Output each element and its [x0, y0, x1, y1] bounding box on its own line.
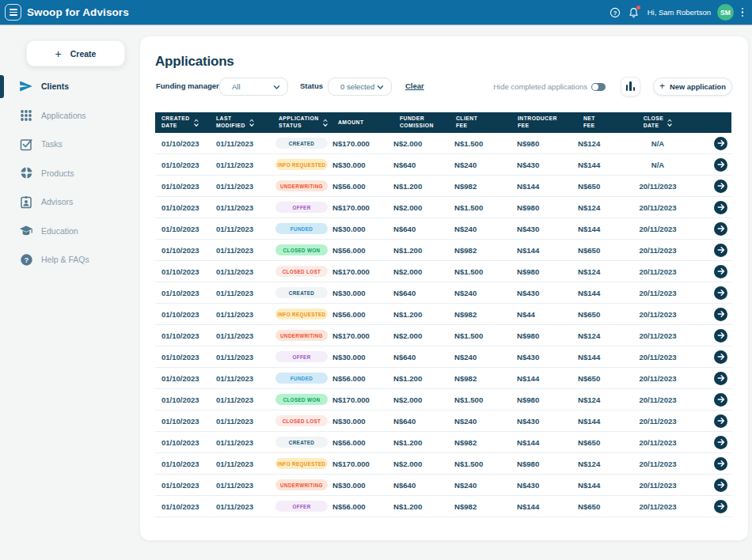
- create-button[interactable]: + Create: [26, 40, 125, 66]
- status-badge: INFO REQUESTED: [275, 159, 328, 170]
- table-row: 01/10/202301/11/2023INFO REQUESTEDN$170.…: [155, 453, 731, 475]
- sidebar-item-applications[interactable]: Applications: [0, 101, 140, 131]
- hamburger-menu-button[interactable]: [5, 4, 21, 21]
- new-application-label: New application: [670, 83, 726, 91]
- bar-chart-icon: [626, 85, 629, 91]
- new-application-button[interactable]: + New application: [653, 78, 732, 96]
- open-application-button[interactable]: [714, 372, 727, 385]
- funding-manager-select[interactable]: All: [219, 78, 288, 96]
- cell-created: 01/10/2023: [155, 395, 211, 404]
- sidebar-item-products[interactable]: Products: [0, 159, 140, 188]
- sidebar-item-label: Advisors: [41, 197, 73, 206]
- filter-bar: Funding manager All Status 0 selected Cl…: [140, 78, 748, 96]
- cell-status: OFFER: [270, 202, 330, 213]
- cell-net_fee: N$650: [577, 438, 625, 447]
- cell-close_date: 20/11/2023: [625, 289, 691, 297]
- chart-view-button[interactable]: [621, 77, 640, 96]
- status-badge: OFFER: [275, 501, 328, 512]
- cell-actions: [691, 479, 731, 492]
- status-select-value: 0 selected: [340, 82, 374, 91]
- sort-arrows-icon: [667, 119, 672, 127]
- main-card: Applications Funding manager All Status …: [140, 36, 748, 540]
- cell-created: 01/10/2023: [155, 289, 211, 297]
- hide-completed-label: Hide completed applications: [493, 82, 587, 91]
- cell-funder_commission: N$640: [392, 417, 454, 426]
- hide-completed-toggle[interactable]: [591, 83, 606, 91]
- cell-net_fee: N$124: [577, 331, 625, 340]
- notifications-bell-icon[interactable]: [627, 6, 640, 19]
- cell-close_date: N/A: [625, 139, 691, 148]
- kebab-menu-icon[interactable]: [737, 6, 748, 20]
- cell-amount: N$170.000: [330, 139, 392, 148]
- open-application-button[interactable]: [714, 158, 727, 172]
- cell-amount: N$30.000: [330, 225, 392, 233]
- cell-status: CLOSED WON: [270, 244, 330, 255]
- cell-introducer_fee: N$430: [516, 161, 577, 169]
- cell-modified: 01/11/2023: [211, 395, 270, 404]
- cell-close_date: 20/11/2023: [625, 502, 691, 511]
- open-application-button[interactable]: [714, 265, 727, 278]
- column-header-last-modified[interactable]: LASTMODIFIED: [211, 115, 270, 130]
- open-application-button[interactable]: [714, 479, 727, 492]
- cell-modified: 01/11/2023: [211, 374, 270, 383]
- cell-client_fee: N$240: [454, 417, 516, 426]
- sidebar-item-education[interactable]: Education: [0, 217, 140, 246]
- open-application-button[interactable]: [714, 350, 727, 364]
- open-application-button[interactable]: [714, 436, 727, 449]
- cell-client_fee: N$1.500: [454, 203, 516, 212]
- open-application-button[interactable]: [714, 222, 727, 236]
- active-indicator: [0, 75, 4, 98]
- sidebar-item-help-faqs[interactable]: ?Help & FAQs: [0, 245, 140, 274]
- open-application-button[interactable]: [714, 457, 727, 471]
- topbar: Swoop for Advisors ? Hi, Sam Robertson S…: [0, 0, 752, 25]
- sidebar-item-tasks[interactable]: Tasks: [0, 130, 140, 159]
- open-application-button[interactable]: [714, 137, 727, 150]
- status-select[interactable]: 0 selected: [328, 78, 392, 96]
- open-application-button[interactable]: [714, 414, 727, 428]
- sidebar-item-advisors[interactable]: Advisors: [0, 187, 140, 217]
- cell-net_fee: N$124: [577, 395, 625, 404]
- open-application-button[interactable]: [714, 201, 727, 214]
- table-row: 01/10/202301/11/2023CREATEDN$30.000N$640…: [155, 282, 731, 304]
- sidebar-item-clients[interactable]: Clients: [0, 72, 140, 101]
- cell-net_fee: N$144: [577, 225, 625, 233]
- open-application-button[interactable]: [714, 329, 727, 342]
- avatar[interactable]: SM: [717, 4, 734, 21]
- cell-introducer_fee: N$980: [516, 460, 577, 468]
- cell-net_fee: N$144: [577, 289, 625, 297]
- open-application-button[interactable]: [714, 286, 727, 300]
- column-header-application-status[interactable]: APPLICATIONSTATUS: [270, 115, 330, 130]
- cell-created: 01/10/2023: [155, 481, 211, 490]
- column-header-close-date[interactable]: CLOSEDATE: [625, 115, 691, 130]
- clear-filters-link[interactable]: Clear: [405, 81, 424, 90]
- cell-status: CLOSED WON: [270, 394, 330, 405]
- cell-modified: 01/11/2023: [211, 267, 270, 276]
- cell-created: 01/10/2023: [155, 246, 211, 255]
- help-question-icon: ?: [19, 252, 33, 267]
- help-circle-icon[interactable]: ?: [609, 6, 621, 19]
- cell-actions: [691, 457, 731, 471]
- open-application-button[interactable]: [714, 244, 727, 257]
- advisors-badge-icon: [19, 195, 33, 209]
- education-cap-icon: [19, 224, 33, 238]
- cell-funder_commission: N$2.000: [392, 331, 454, 340]
- page-title: Applications: [155, 54, 234, 70]
- cell-introducer_fee: N$980: [516, 203, 577, 212]
- cell-close_date: 20/11/2023: [625, 246, 691, 255]
- status-badge: FUNDED: [275, 223, 328, 234]
- open-application-button[interactable]: [714, 308, 727, 321]
- table-row: 01/10/202301/11/2023CLOSED LOSTN$30.000N…: [155, 411, 731, 432]
- cell-actions: [691, 158, 731, 172]
- open-application-button[interactable]: [714, 500, 727, 513]
- column-header-created-date[interactable]: CREATEDDATE: [155, 115, 211, 130]
- open-application-button[interactable]: [714, 180, 727, 193]
- cell-modified: 01/11/2023: [211, 139, 270, 148]
- open-application-button[interactable]: [714, 393, 727, 407]
- cell-funder_commission: N$2.000: [392, 395, 454, 404]
- cell-created: 01/10/2023: [155, 438, 211, 447]
- cell-net_fee: N$650: [577, 182, 625, 191]
- create-button-label: Create: [70, 49, 97, 59]
- cell-created: 01/10/2023: [155, 353, 211, 361]
- status-badge: CREATED: [275, 138, 328, 149]
- cell-actions: [691, 308, 731, 321]
